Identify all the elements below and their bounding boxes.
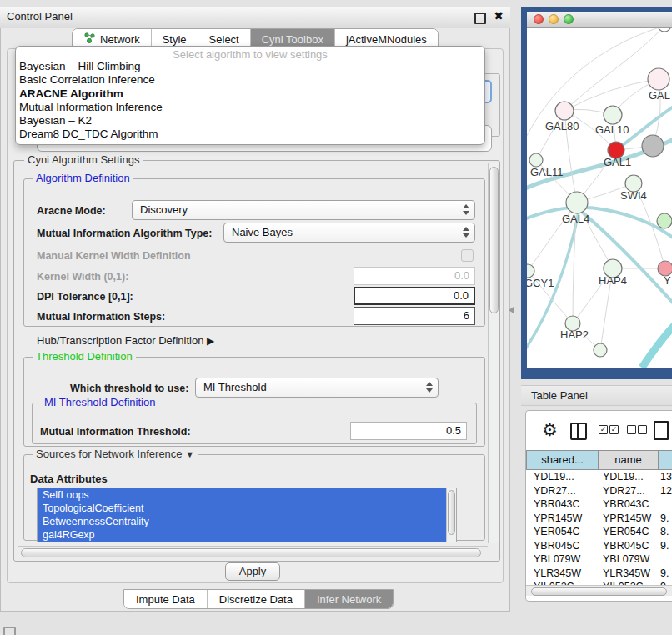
attr-item-gal4rgexp[interactable]: gal4RGexp: [38, 528, 456, 542]
node-labels: GAL GAL80 GAL10 GAL1 GAL11 SWI4 GAL4 GCY…: [527, 89, 671, 341]
cell: YER054C: [603, 526, 649, 538]
settings-scrollbar-track[interactable]: [488, 163, 499, 543]
mac-close-icon[interactable]: [534, 14, 544, 24]
table-row[interactable]: YER054C YER054C 8.: [526, 525, 672, 539]
mi-steps-label: Mutual Information Steps:: [37, 311, 165, 322]
splitter-cursor: [509, 307, 514, 313]
cell: 9.: [660, 540, 669, 552]
network-graph[interactable]: GAL GAL80 GAL10 GAL1 GAL11 SWI4 GAL4 GCY…: [527, 28, 672, 368]
dpi-tolerance-field[interactable]: 0.0: [354, 287, 475, 305]
table-row[interactable]: YBR045C YBR045C 9.: [526, 539, 672, 553]
network-view-titlebar[interactable]: [527, 12, 672, 28]
table-hscrollbar-thumb[interactable]: [531, 588, 667, 596]
label-gal1: GAL1: [604, 156, 631, 168]
checked-checkbox-icon[interactable]: ✓: [599, 425, 608, 434]
dropdown-item-dream8[interactable]: Dream8 DC_TDC Algorithm: [16, 128, 484, 141]
column-header-shared[interactable]: shared...: [526, 450, 599, 470]
node-gal-clip[interactable]: [648, 68, 669, 90]
stepper-icon: [462, 204, 470, 215]
label-gal-clip: GAL: [649, 89, 670, 102]
cell: YLR345W: [534, 568, 581, 579]
algorithm-definition-title: Algorithm Definition: [33, 172, 133, 184]
aracne-mode-combo[interactable]: Discovery: [132, 200, 475, 220]
mi-type-value: Naive Bayes: [232, 223, 293, 242]
node-gal4[interactable]: [566, 192, 588, 213]
table-row[interactable]: YDR27... YDR27... 12: [526, 484, 672, 498]
settings-hscrollbar-track[interactable]: [18, 546, 488, 558]
dropdown-item-bayesian-k2[interactable]: Bayesian – K2: [16, 114, 484, 128]
threshold-definition-title: Threshold Definition: [33, 350, 136, 362]
mi-type-combo[interactable]: Naive Bayes: [223, 222, 475, 242]
node-gcy1[interactable]: [527, 264, 534, 278]
tab-infer-network[interactable]: Infer Network: [305, 590, 393, 608]
node-gal80[interactable]: [555, 102, 574, 120]
mi-threshold-label: Mutual Information Threshold:: [40, 426, 191, 438]
cell: YPR145W: [534, 512, 582, 524]
dropdown-item-aracne[interactable]: ARACNE Algorithm: [16, 88, 484, 101]
table-hscrollbar-track[interactable]: [526, 585, 672, 596]
attr-item-topological[interactable]: TopologicalCoefficient: [38, 502, 456, 515]
which-threshold-combo[interactable]: MI Threshold: [195, 378, 439, 398]
table-row[interactable]: YPR145W YPR145W 9.: [526, 512, 672, 526]
node-gal11[interactable]: [529, 153, 543, 167]
attr-list-scrollbar-track[interactable]: [446, 488, 456, 542]
attr-item-betweenness[interactable]: BetweennessCentrality: [38, 515, 456, 528]
table-panel-title: Table Panel: [531, 389, 588, 402]
mi-steps-field[interactable]: 6: [354, 307, 475, 325]
dropdown-item-mutual-information[interactable]: Mutual Information Inference: [16, 101, 484, 114]
column-header-name[interactable]: name: [599, 450, 659, 470]
close-panel-icon[interactable]: ✖: [494, 9, 504, 22]
network-canvas[interactable]: GAL GAL80 GAL10 GAL1 GAL11 SWI4 GAL4 GCY…: [527, 28, 672, 368]
tab-discretize-data[interactable]: Discretize Data: [208, 590, 305, 608]
settings-hscrollbar-thumb[interactable]: [21, 548, 481, 558]
label-gcy1: GCY1: [527, 277, 554, 289]
expand-right-icon: ▶: [207, 335, 214, 347]
attr-item-selfloops[interactable]: SelfLoops: [38, 488, 456, 502]
table-row[interactable]: YDL19... YDL19... 13: [526, 470, 672, 484]
node-bright-green[interactable]: [657, 213, 672, 228]
dropdown-item-bayesian-hill[interactable]: Bayesian – Hill Climbing: [16, 60, 484, 73]
sources-group-title[interactable]: Sources for Network Inference ▼: [33, 448, 198, 460]
unchecked-checkbox-icon[interactable]: [627, 425, 636, 434]
manual-kernel-checkbox[interactable]: [461, 249, 474, 262]
cell: YBR045C: [603, 540, 649, 552]
table-row[interactable]: YBR043C YBR043C: [526, 498, 672, 512]
columns-icon[interactable]: [570, 422, 587, 440]
mac-minimize-icon[interactable]: [549, 14, 559, 24]
label-hap2: HAP2: [560, 328, 589, 341]
label-swi4: SWI4: [620, 189, 647, 202]
which-threshold-value: MI Threshold: [203, 378, 267, 397]
float-panel-icon[interactable]: [474, 12, 486, 24]
function-builder-icon[interactable]: [654, 421, 669, 440]
attr-list-scrollbar-thumb[interactable]: [448, 490, 455, 535]
mi-threshold-field[interactable]: 0.5: [350, 422, 467, 440]
data-attributes-list[interactable]: SelfLoops TopologicalCoefficient Between…: [37, 488, 457, 542]
stepper-icon: [425, 382, 434, 392]
tab-style-label: Style: [163, 33, 187, 46]
cyni-bottom-tabstrip: Impute Data Discretize Data Infer Networ…: [123, 589, 394, 609]
cyni-settings-title: Cyni Algorithm Settings: [24, 153, 143, 166]
cell: YDL19...: [603, 471, 644, 482]
cell: 13: [660, 471, 672, 482]
table-panel-titlebar[interactable]: Table Panel: [521, 385, 672, 406]
node-gray[interactable]: [642, 135, 664, 157]
table-body: YDL19... YDL19... 13 YDR27... YDR27... 1…: [526, 470, 672, 585]
hub-definition-toggle[interactable]: Hub/Transcription Factor Definition ▶: [37, 334, 214, 347]
apply-button[interactable]: Apply: [225, 562, 280, 581]
checked-checkbox-icon[interactable]: ✓: [609, 425, 619, 434]
node-bottom-small[interactable]: [594, 343, 607, 357]
node-gal10[interactable]: [604, 106, 622, 124]
column-header-clipped[interactable]: [659, 450, 672, 470]
gear-icon[interactable]: ⚙: [542, 420, 558, 440]
unchecked-checkbox-icon[interactable]: [638, 425, 647, 434]
control-panel-titlebar[interactable]: Control Panel ✖: [0, 7, 510, 28]
mac-zoom-icon[interactable]: [564, 14, 574, 24]
kernel-width-field[interactable]: 0.0: [354, 267, 475, 285]
table-row[interactable]: YLR345W YLR345W 9.: [526, 567, 672, 581]
cell: YLR345W: [603, 568, 650, 579]
cell: YBR043C: [603, 498, 649, 510]
settings-scrollbar-thumb[interactable]: [489, 167, 499, 313]
tab-impute-data[interactable]: Impute Data: [124, 590, 208, 608]
table-row[interactable]: YBL079W YBL079W: [526, 552, 672, 567]
dropdown-item-basic-correlation[interactable]: Basic Correlation Inference: [16, 73, 484, 87]
